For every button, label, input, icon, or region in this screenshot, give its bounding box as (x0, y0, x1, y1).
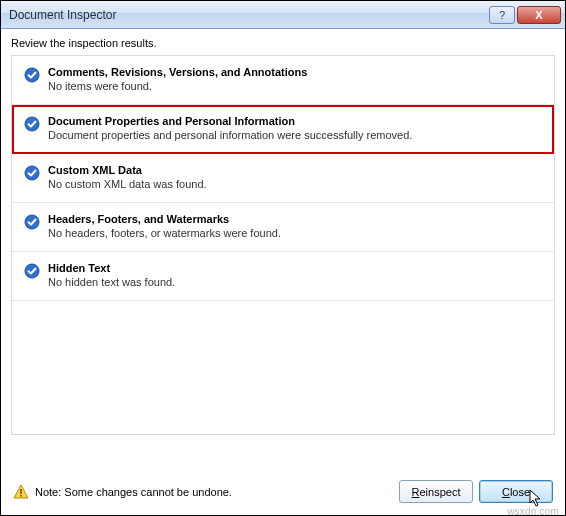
result-description: No hidden text was found. (48, 276, 542, 288)
result-item: Document Properties and Personal Informa… (12, 105, 554, 154)
titlebar: Document Inspector ? X (1, 1, 565, 29)
instruction-text: Review the inspection results. (1, 29, 565, 55)
result-item: Custom XML DataNo custom XML data was fo… (12, 154, 554, 203)
watermark-text: wsxdn.com (507, 506, 559, 516)
result-title: Headers, Footers, and Watermarks (48, 213, 542, 225)
footer-note: Note: Some changes cannot be undone. (35, 486, 393, 498)
result-description: No custom XML data was found. (48, 178, 542, 190)
checkmark-icon (24, 263, 40, 279)
svg-rect-6 (20, 489, 21, 494)
result-title: Custom XML Data (48, 164, 542, 176)
checkmark-icon (24, 214, 40, 230)
result-description: No headers, footers, or watermarks were … (48, 227, 542, 239)
result-title: Comments, Revisions, Versions, and Annot… (48, 66, 542, 78)
dialog-footer: Note: Some changes cannot be undone. Rei… (1, 470, 565, 515)
result-title: Document Properties and Personal Informa… (48, 115, 542, 127)
window-title: Document Inspector (9, 8, 487, 22)
result-item: Headers, Footers, and WatermarksNo heade… (12, 203, 554, 252)
checkmark-icon (24, 116, 40, 132)
reinspect-button[interactable]: Reinspect (399, 480, 473, 503)
checkmark-icon (24, 165, 40, 181)
close-button[interactable]: Close (479, 480, 553, 503)
svg-rect-7 (20, 495, 21, 497)
warning-icon (13, 484, 29, 500)
result-body: Document Properties and Personal Informa… (48, 115, 542, 141)
result-body: Comments, Revisions, Versions, and Annot… (48, 66, 542, 92)
result-body: Custom XML DataNo custom XML data was fo… (48, 164, 542, 190)
result-description: Document properties and personal informa… (48, 129, 542, 141)
help-button[interactable]: ? (489, 6, 515, 24)
result-item: Hidden TextNo hidden text was found. (12, 252, 554, 301)
result-item: Comments, Revisions, Versions, and Annot… (12, 56, 554, 105)
result-description: No items were found. (48, 80, 542, 92)
document-inspector-dialog: Document Inspector ? X Review the inspec… (0, 0, 566, 516)
result-title: Hidden Text (48, 262, 542, 274)
result-body: Headers, Footers, and WatermarksNo heade… (48, 213, 542, 239)
results-list: Comments, Revisions, Versions, and Annot… (11, 55, 555, 435)
result-body: Hidden TextNo hidden text was found. (48, 262, 542, 288)
close-window-button[interactable]: X (517, 6, 561, 24)
checkmark-icon (24, 67, 40, 83)
